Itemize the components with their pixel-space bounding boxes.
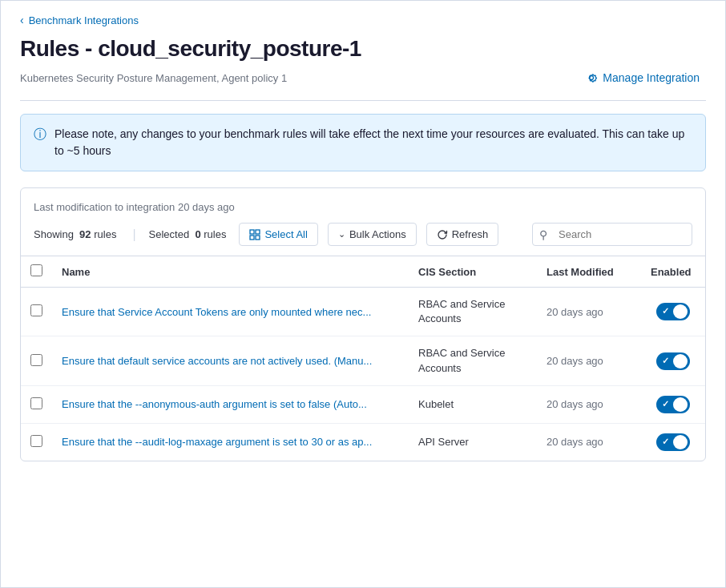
select-all-button[interactable]: Select All [239,223,317,246]
table-row: Ensure that the --audit-log-maxage argum… [21,423,705,461]
bulk-actions-button[interactable]: ⌄ Bulk Actions [328,223,417,246]
page-title: Rules - cloud_security_posture-1 [20,36,706,62]
enabled-toggle-2[interactable]: ✓ [656,396,690,413]
rule-name-link-3[interactable]: Ensure that the --audit-log-maxage argum… [62,436,372,448]
svg-rect-1 [256,230,260,234]
th-last-modified: Last Modified [537,256,641,288]
row-cis-cell: RBAC and Service Accounts [409,288,537,336]
search-input[interactable] [532,223,692,246]
toggle-check-icon-2: ✓ [662,399,669,409]
modified-text-2: 20 days ago [547,398,603,410]
modified-text-1: 20 days ago [547,355,603,367]
row-checkbox-0[interactable] [30,304,42,316]
th-select-all-checkbox [21,256,52,288]
table-row: Ensure that default service accounts are… [21,336,705,385]
toggle-check-icon-0: ✓ [662,306,669,316]
row-checkbox-cell [21,385,52,423]
selected-label: Selected [149,228,190,240]
row-checkbox-cell [21,288,52,336]
modified-text-3: 20 days ago [547,436,603,448]
toggle-check-icon-3: ✓ [662,437,669,447]
row-cis-cell: RBAC and Service Accounts [409,336,537,385]
row-modified-cell: 20 days ago [537,385,641,423]
selected-count: 0 [195,228,200,240]
toggle-wrapper-0: ✓ [651,303,696,320]
row-checkbox-1[interactable] [30,354,42,366]
enabled-toggle-1[interactable]: ✓ [656,352,690,370]
manage-integration-label: Manage Integration [603,71,700,84]
row-modified-cell: 20 days ago [537,336,641,385]
refresh-icon [437,229,448,240]
toggle-wrapper-1: ✓ [651,352,696,370]
refresh-label: Refresh [452,228,489,240]
table-body: Ensure that Service Account Tokens are o… [21,288,705,461]
row-enabled-cell: ✓ [641,288,705,336]
cis-section-text-0: RBAC and Service Accounts [418,298,505,324]
row-cis-cell: Kubelet [409,385,537,423]
showing-count-text: Showing 92 rules [34,228,116,240]
breadcrumb: ‹ Benchmark Integrations [20,14,706,26]
toggle-wrapper-2: ✓ [651,396,696,413]
row-enabled-cell: ✓ [641,385,705,423]
row-cis-cell: API Server [409,423,537,461]
rule-name-link-0[interactable]: Ensure that Service Account Tokens are o… [62,306,371,318]
enabled-toggle-3[interactable]: ✓ [656,433,690,451]
bulk-actions-label: Bulk Actions [349,228,406,240]
page-container: ‹ Benchmark Integrations Rules - cloud_s… [0,0,726,588]
toolbar-separator: | [132,228,135,242]
row-checkbox-cell [21,336,52,385]
back-chevron-icon: ‹ [20,14,24,26]
cis-section-text-3: API Server [418,436,469,448]
row-enabled-cell: ✓ [641,423,705,461]
info-banner-text: Please note, any changes to your benchma… [54,126,692,159]
gear-icon [585,71,598,84]
svg-rect-3 [256,236,260,240]
svg-rect-0 [250,230,254,234]
subtitle-row: Kubernetes Security Posture Management, … [20,68,706,87]
enabled-toggle-0[interactable]: ✓ [656,303,690,320]
row-name-cell: Ensure that default service accounts are… [52,336,409,385]
table-head: Name CIS Section Last Modified Enabled [21,256,705,288]
row-name-cell: Ensure that the --anonymous-auth argumen… [52,385,409,423]
svg-rect-2 [250,236,254,240]
modified-text-0: 20 days ago [547,306,603,318]
row-name-cell: Ensure that Service Account Tokens are o… [52,288,409,336]
rules-table-container: Last modification to integration 20 days… [20,187,706,461]
selected-count-text: Selected 0 rules [149,228,227,240]
table-header-row: Name CIS Section Last Modified Enabled [21,256,705,288]
total-rules-count: 92 [79,228,91,240]
cis-section-text-1: RBAC and Service Accounts [418,347,505,373]
last-modified-text: Last modification to integration 20 days… [34,201,692,213]
cis-section-text-2: Kubelet [418,398,454,410]
info-banner: ⓘ Please note, any changes to your bench… [20,114,706,171]
row-checkbox-2[interactable] [30,397,42,409]
row-enabled-cell: ✓ [641,336,705,385]
select-all-label: Select All [264,228,307,240]
info-icon: ⓘ [34,127,46,143]
table-row: Ensure that Service Account Tokens are o… [21,288,705,336]
showing-label: Showing [34,228,74,240]
chevron-down-icon: ⌄ [338,229,345,240]
rule-name-link-2[interactable]: Ensure that the --anonymous-auth argumen… [62,398,367,410]
table-row: Ensure that the --anonymous-auth argumen… [21,385,705,423]
table-header-section: Last modification to integration 20 days… [21,188,705,256]
row-checkbox-3[interactable] [30,435,42,447]
toolbar-row: Showing 92 rules | Selected 0 rules Sel [34,223,692,246]
header-checkbox[interactable] [30,264,42,276]
row-name-cell: Ensure that the --audit-log-maxage argum… [52,423,409,461]
search-container: ⚲ [532,223,692,246]
rule-name-link-1[interactable]: Ensure that default service accounts are… [62,355,372,367]
row-modified-cell: 20 days ago [537,288,641,336]
selected-rules-label: rules [204,228,226,240]
th-enabled: Enabled [641,256,705,288]
select-all-icon [249,229,260,240]
th-cis-section: CIS Section [409,256,537,288]
breadcrumb-link[interactable]: Benchmark Integrations [29,14,139,26]
row-modified-cell: 20 days ago [537,423,641,461]
toggle-check-icon-1: ✓ [662,356,669,366]
refresh-button[interactable]: Refresh [426,223,499,246]
toggle-wrapper-3: ✓ [651,433,696,451]
manage-integration-button[interactable]: Manage Integration [579,68,706,87]
rules-table: Name CIS Section Last Modified Enabled [21,256,705,461]
rules-label: rules [94,228,116,240]
